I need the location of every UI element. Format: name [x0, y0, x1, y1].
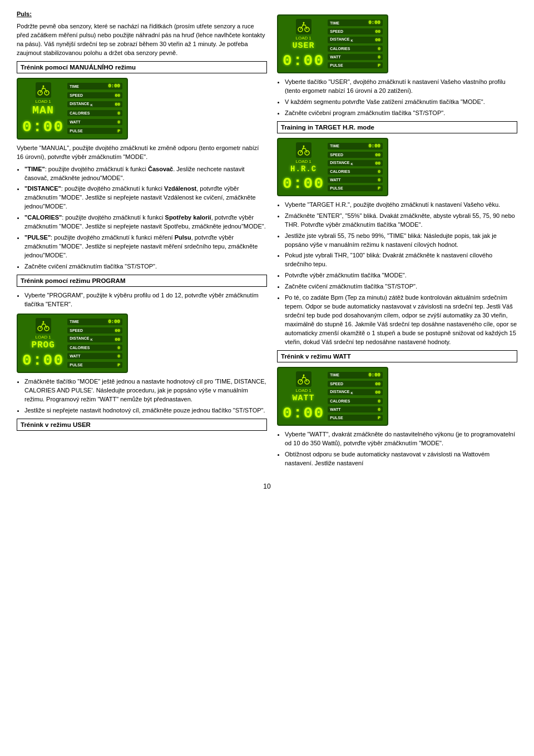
target-bullet-2: Zmáčkněte "ENTER", "55%" bliká. Dvakát z… [285, 212, 517, 230]
prog-stat-distance: DISTANCE K 00 [67, 336, 122, 342]
svg-point-8 [303, 22, 304, 24]
user-bullet-2: V každém segmentu potvrďte Vaše zatížení… [285, 98, 517, 107]
program-load-value: 1 [48, 335, 51, 340]
target-bullet-1: Vyberte "TARGET H.R.", použijte dvojtého… [285, 201, 517, 210]
target-big-digits: 0:00 [283, 176, 324, 192]
manual-load-row: LOAD 1 [35, 99, 51, 104]
right-column: LOAD 1 USER 0:00 TIME 0:00 SPEED 00 [277, 10, 517, 471]
target-bike-icon [296, 142, 312, 158]
user-section-title: Trénink v režimu USER [21, 421, 91, 428]
target-section-title: Training in TARGET H.R. mode [281, 124, 374, 131]
stat-value-pulse: P [117, 128, 120, 133]
manual-bullet-5: Začněte cvičení zmáčknutím tlačítka "ST/… [24, 262, 267, 271]
target-section-box: Training in TARGET H.R. mode [277, 121, 517, 133]
target-machine-display: LOAD 1 H.R.C 0:00 TIME 0:00 SPEED 00 [277, 138, 388, 196]
watt-bullet-2: Obtížnost odporu se bude automaticky nas… [285, 450, 517, 468]
program-bullet-0: Vyberte "PROGRAM", použijte k výběru pro… [24, 291, 267, 309]
svg-point-3 [38, 326, 42, 331]
page-layout: Puls: Podržte pevně oba senzory, které s… [17, 10, 517, 471]
manual-bullet-4: "PULSE": použijte dvojtého zmáčknutí k f… [24, 233, 267, 260]
user-bike-icon [296, 19, 312, 34]
prog-stat-calories: CALORIES 0 [67, 345, 122, 351]
pulse-title: Puls: [17, 10, 267, 19]
user-machine-display: LOAD 1 USER 0:00 TIME 0:00 SPEED 00 [277, 14, 388, 73]
target-bullet-3: Jestliže jste vybrali 55, 75 nebo 99%, "… [285, 232, 517, 250]
manual-section-title: Trénink pomocí MANUÁLNÍHO režimu [21, 64, 136, 71]
svg-point-2 [42, 85, 44, 87]
program-stats: TIME 0:00 SPEED 00 DISTANCE K 00 CALORIE… [67, 318, 122, 369]
manual-load-label: LOAD [35, 99, 47, 104]
manual-intro-text: Vyberte "MANUAL", použijte dvojtého zmáč… [17, 144, 267, 162]
watt-display-left: LOAD 1 WATT 0:00 [283, 371, 324, 421]
manual-bullets: "TIME": použijte dvojtého zmáčknutí k fu… [17, 165, 267, 271]
pulse-text: Podržte pevně oba senzory, které se nach… [17, 22, 267, 58]
user-bullets: Vyberte tlačítko "USER", dvojtého zmáčkn… [277, 78, 517, 118]
program-bullets-pre: Vyberte "PROGRAM", použijte k výběru pro… [17, 291, 267, 309]
prog-stat-time: TIME 0:00 [67, 319, 122, 325]
user-load-row: LOAD 1 [295, 36, 311, 41]
manual-machine-display: LOAD 1 MAN 0:00 TIME 0:00 SPEED 00 [17, 78, 128, 140]
stat-label-calories: CALORIES [70, 111, 90, 115]
program-section-title: Trénink pomocí režimu PROGRAM [21, 277, 126, 284]
manual-display-row: LOAD 1 MAN 0:00 TIME 0:00 SPEED 00 [17, 78, 267, 140]
stat-label-speed: SPEED [70, 93, 83, 97]
target-display-row: LOAD 1 H.R.C 0:00 TIME 0:00 SPEED 00 [277, 138, 517, 196]
watt-stats: TIME 0:00 SPEED 00 DISTANCE K 00 CALORIE… [328, 371, 383, 421]
stat-row-distance: DISTANCE K 00 [67, 101, 122, 107]
manual-bullet-1: "TIME": použijte dvojtého zmáčknutí k fu… [24, 165, 267, 183]
program-machine-display: LOAD 1 PROG 0:00 TIME 0:00 SPEED 00 [17, 314, 128, 373]
stat-value-distance: 00 [115, 102, 120, 107]
target-mode-name: H.R.C [290, 165, 317, 173]
watt-display-row: LOAD 1 WATT 0:00 TIME 0:00 SPEED 00 [277, 367, 517, 426]
target-bullet-5: Potvrďte výběr zmáčknutím tlačítka "MODE… [285, 271, 517, 280]
svg-point-6 [298, 27, 303, 32]
user-stats: TIME 0:00 SPEED 00 DISTANCE K 00 CALORIE… [328, 19, 383, 69]
page-number: 10 [17, 483, 517, 490]
stat-label-pulse: PULSE [70, 129, 82, 133]
watt-mode-name: WATT [293, 394, 315, 402]
stat-row-time: TIME 0:00 [67, 83, 122, 89]
user-big-digits: 0:00 [283, 53, 324, 69]
stat-label-watt: WATT [70, 120, 80, 124]
user-display-left: LOAD 1 USER 0:00 [283, 19, 324, 69]
svg-point-9 [298, 151, 303, 155]
manual-section-box: Trénink pomocí MANUÁLNÍHO režimu [17, 61, 267, 73]
manual-mode-name: MAN [32, 105, 54, 116]
stat-row-speed: SPEED 00 [67, 92, 122, 98]
left-column: Puls: Podržte pevně oba senzory, které s… [17, 10, 267, 471]
stat-row-pulse: PULSE P [67, 128, 122, 134]
target-bullet-4: Pokud jste vybrali THR, "100" bliká: Dva… [285, 251, 517, 269]
svg-point-5 [42, 321, 44, 322]
program-display-row: LOAD 1 PROG 0:00 TIME 0:00 SPEED 00 [17, 314, 267, 373]
watt-section-title: Trénink v režimu WATT [281, 353, 351, 360]
stat-label-distance: DISTANCE K [70, 102, 92, 107]
program-bullet-2: Jestliže si nepřejete nastavit hodnotový… [24, 406, 267, 415]
watt-machine-display: LOAD 1 WATT 0:00 TIME 0:00 SPEED 00 [277, 367, 388, 426]
manual-stats: TIME 0:00 SPEED 00 DISTANCE K 00 CALORIE… [67, 82, 122, 135]
stat-label-time: TIME [70, 84, 79, 88]
user-bullet-1: Vyberte tlačítko "USER", dvojtého zmáčkn… [285, 78, 517, 96]
svg-point-0 [38, 91, 42, 95]
target-bullet-6: Začněte cvičení zmáčknutím tlačítka "ST/… [285, 282, 517, 291]
program-load-label: LOAD [35, 335, 47, 340]
prog-stat-speed: SPEED 00 [67, 327, 122, 334]
program-mode-name: PROG [31, 341, 55, 350]
program-bullets: Zmáčkněte tlačítko "MODE" ještě jednou a… [17, 377, 267, 415]
watt-bullet-1: Vyberte "WATT", dvakrát zmáčkněte do nas… [285, 430, 517, 448]
target-load-row: LOAD 1 [295, 159, 311, 164]
program-display-left: LOAD 1 PROG 0:00 [22, 318, 64, 369]
manual-big-digits: 0:00 [22, 120, 64, 135]
watt-load-row: LOAD 1 [295, 388, 311, 393]
svg-point-14 [303, 374, 304, 376]
watt-big-digits: 0:00 [283, 406, 324, 421]
program-bike-icon [36, 318, 51, 334]
manual-bullet-3: "CALORIES": použijte dvojtého zmáčknutí … [24, 213, 267, 231]
target-stats: TIME 0:00 SPEED 00 DISTANCE K 00 CALORIE… [328, 142, 383, 192]
user-section-box: Trénink v režimu USER [17, 419, 267, 431]
watt-section-box: Trénink v režimu WATT [277, 350, 517, 362]
user-display-row: LOAD 1 USER 0:00 TIME 0:00 SPEED 00 [277, 14, 517, 73]
watt-bullets: Vyberte "WATT", dvakrát zmáčkněte do nas… [277, 430, 517, 468]
program-big-digits: 0:00 [22, 353, 64, 369]
stat-value-speed: 00 [115, 93, 120, 98]
user-mode-name: USER [293, 42, 315, 50]
